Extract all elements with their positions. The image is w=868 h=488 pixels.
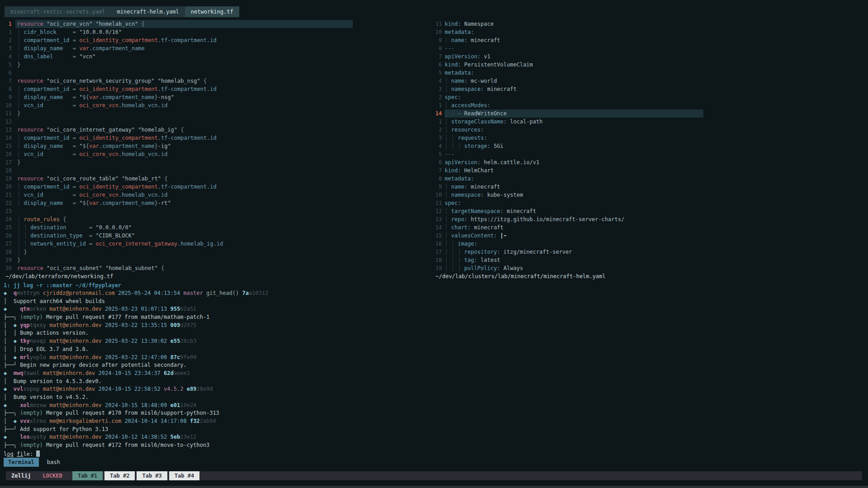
code-line[interactable]: 9│ display_name = "${var.compartment_nam… xyxy=(0,93,432,101)
buffer-tab-minecraft-helm.yaml[interactable]: minecraft-helm.yaml xyxy=(111,6,185,17)
code-line[interactable]: 13resource "oci_core_internet_gateway" "… xyxy=(0,126,432,134)
code-line[interactable]: 16│ │ image: xyxy=(432,240,868,248)
code-line[interactable]: 13│ repo: https://itzg.github.io/minecra… xyxy=(432,215,868,223)
token-oid: f32 xyxy=(190,418,200,424)
code-line[interactable]: 30resource "oci_core_subnet" "homelab_su… xyxy=(0,264,432,272)
code-line[interactable]: 1resource "oci_core_vcn" "homelab_vcn" { xyxy=(0,20,432,28)
token-pln xyxy=(7,306,20,312)
code-line[interactable]: 1│ cidr_block = "10.0.0.0/16" xyxy=(0,28,432,36)
line-number: 4 xyxy=(432,142,442,150)
log-line: │ Bump version to v4.5.2. xyxy=(4,393,268,402)
code-line[interactable]: 9│ name: minecraft xyxy=(432,183,868,191)
code-line[interactable]: 14│ chart: minecraft xyxy=(432,223,868,232)
code-line[interactable]: 26│ │ destination_type = "CIDR_BLOCK" xyxy=(0,232,432,240)
token-br: v4.5.2 xyxy=(164,386,183,392)
code-line[interactable]: 18 xyxy=(0,166,432,175)
code-line[interactable]: 4│ name: mc-world xyxy=(432,77,868,85)
code-line[interactable]: 3│ display_name = var.compartment_name xyxy=(0,44,432,52)
zellij-tab-Tab-3[interactable]: Tab #3 xyxy=(137,471,167,480)
code-line[interactable]: 6apiVersion: helm.cattle.io/v1 xyxy=(432,158,868,166)
code-line[interactable]: 24│ route_rules { xyxy=(0,215,432,223)
code-line[interactable]: 3│ namespace: minecraft xyxy=(432,85,868,93)
code-line[interactable]: 21│ vcn_id = oci_core_vcn.homelab_vcn.id xyxy=(0,191,432,199)
code-line[interactable]: 23 xyxy=(0,207,432,215)
code-line[interactable]: 20│ compartment_id = oci_identity_compar… xyxy=(0,183,432,191)
token-attr: compartment_id xyxy=(24,86,69,92)
code-line[interactable]: 6 xyxy=(0,69,432,77)
code-line[interactable]: 29} xyxy=(0,256,432,264)
code-line[interactable]: 5} xyxy=(0,61,432,69)
code-line[interactable]: 28│ } xyxy=(0,248,432,256)
code-line[interactable]: 15│ display_name = "${var.compartment_na… xyxy=(0,142,432,150)
zellij-tab-Tab-4[interactable]: Tab #4 xyxy=(169,471,199,480)
code-line[interactable]: 7resource "oci_core_network_security_gro… xyxy=(0,77,432,85)
code-line[interactable]: 10│ namespace: kube-system xyxy=(432,191,868,199)
code-line[interactable]: 25│ │ destination = "0.0.0.0/0" xyxy=(0,223,432,232)
pane-tab-Terminal[interactable]: Terminal xyxy=(4,458,39,467)
line-number: 3 xyxy=(432,134,442,142)
code-line[interactable]: 17│ │ │ repository: itzg/minecraft-serve… xyxy=(432,248,868,256)
token-pln xyxy=(95,386,98,392)
code-line[interactable]: 11kind: Namespace xyxy=(432,20,868,28)
code-line[interactable]: 10metadata: xyxy=(432,28,868,36)
code-line[interactable]: 22│ display_name = "${var.compartment_na… xyxy=(0,199,432,207)
code-line[interactable]: 19│ │ │ pullPolicy: Always xyxy=(432,264,868,272)
token-ykey: pullPolicy: xyxy=(464,265,500,271)
code-line[interactable]: 12 xyxy=(0,118,432,126)
code-line[interactable]: 4│ dns_label = "vcn" xyxy=(0,52,432,61)
token-ts: 2024-10-15 22:58:52 xyxy=(99,386,161,392)
code-line[interactable]: 19resource "oci_core_route_table" "homel… xyxy=(0,175,432,183)
code-line[interactable]: 6kind: PersistentVolumeClaim xyxy=(432,61,868,69)
code-line[interactable]: 11} xyxy=(0,109,432,118)
buffer-tab-minecraft-restic-secrets.yaml[interactable]: minecraft-restic-secrets.yaml xyxy=(5,6,111,17)
code-line[interactable]: 15│ valuesContent: |- xyxy=(432,232,868,240)
code-area-yaml[interactable]: 11kind: Namespace10metadata:9│ name: min… xyxy=(432,20,868,272)
code-line[interactable]: 18│ │ │ tag: latest xyxy=(432,256,868,264)
token-oid: e01 xyxy=(171,402,180,408)
code-line[interactable]: 4│ │ │ storage: 5Gi xyxy=(432,142,868,150)
code-line[interactable]: 7kind: HelmChart xyxy=(432,166,868,175)
editor-pane-minecraft-helm-yaml[interactable]: 11kind: Namespace10metadata:9│ name: min… xyxy=(432,20,868,280)
code-line[interactable]: 11spec: xyxy=(432,199,868,207)
token-pln xyxy=(7,386,13,392)
zellij-tab-Tab-2[interactable]: Tab #2 xyxy=(104,471,135,480)
code-line[interactable]: 10│ vcn_id = oci_core_vcn.homelab_vcn.id xyxy=(0,101,432,109)
code-area-terraform[interactable]: 1resource "oci_core_vcn" "homelab_vcn" {… xyxy=(0,20,432,272)
code-line[interactable]: 12│ targetNamespace: minecraft xyxy=(432,207,868,215)
token-desc: Merge pull request #172 from misl6/move-… xyxy=(43,442,209,448)
code-line[interactable]: 2│ resources: xyxy=(432,126,868,134)
token-gd: │ xyxy=(17,45,24,52)
token-prop: .compartment_name xyxy=(99,94,155,100)
code-line[interactable]: 14│ compartment_id = oci_identity_compar… xyxy=(0,134,432,142)
code-line[interactable]: 3│ │ requests: xyxy=(432,134,868,142)
code-line[interactable]: 9│ name: minecraft xyxy=(432,36,868,44)
code-line[interactable]: 17} xyxy=(0,158,432,166)
token-pln xyxy=(95,370,98,376)
buffer-tab-networking.tf[interactable]: networking.tf xyxy=(185,6,239,17)
token-str: -ig" xyxy=(158,143,171,149)
code-line[interactable]: 1│ storageClassName: local-path xyxy=(432,118,868,126)
code-line[interactable]: 27│ │ network_entity_id = oci_core_inter… xyxy=(0,240,432,248)
editor-pane-networking-tf[interactable]: 1resource "oci_core_vcn" "homelab_vcn" {… xyxy=(0,20,432,280)
zellij-tab-Tab-1[interactable]: Tab #1 xyxy=(72,471,103,480)
code-line[interactable]: 1│ accessModes: xyxy=(432,101,868,109)
line-number: 2 xyxy=(432,93,442,101)
terminal-prompt[interactable]: log file: xyxy=(4,450,40,458)
code-line[interactable]: 2spec: xyxy=(432,93,868,101)
code-line[interactable]: 8│ compartment_id = oci_identity_compart… xyxy=(0,85,432,93)
code-line[interactable]: 8metadata: xyxy=(432,175,868,183)
code-line[interactable]: 7apiVersion: v1 xyxy=(432,52,868,61)
code-line[interactable]: 5metadata: xyxy=(432,69,868,77)
jj-log-output[interactable]: ◆ qmxttryn cjriddz@protonmail.com 2025-0… xyxy=(4,289,268,450)
code-line[interactable]: 8--- xyxy=(432,44,868,52)
code-line[interactable]: 16│ vcn_id = oci_core_vcn.homelab_vcn.id xyxy=(0,150,432,158)
code-line[interactable]: 14│ │ - ReadWriteOnce xyxy=(432,109,868,118)
token-pun: = xyxy=(73,151,79,157)
token-str: "vcn" xyxy=(79,53,95,60)
line-number: 7 xyxy=(0,77,12,85)
code-line[interactable]: 2│ compartment_id = oci_identity_compart… xyxy=(0,36,432,44)
token-ykey: repository: xyxy=(464,249,500,255)
code-line[interactable]: 5--- xyxy=(432,150,868,158)
token-gd: │ xyxy=(17,86,24,92)
pane-tab-bash[interactable]: bash xyxy=(45,458,62,467)
